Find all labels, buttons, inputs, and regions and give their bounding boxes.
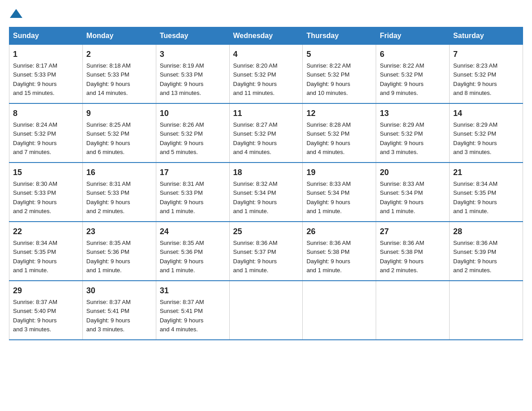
calendar-week-row: 15Sunrise: 8:30 AMSunset: 5:33 PMDayligh… (9, 163, 523, 222)
day-info: Sunrise: 8:31 AMSunset: 5:33 PMDaylight:… (160, 180, 204, 214)
calendar-cell: 12Sunrise: 8:28 AMSunset: 5:32 PMDayligh… (303, 103, 376, 163)
calendar-cell: 11Sunrise: 8:27 AMSunset: 5:32 PMDayligh… (229, 103, 303, 163)
calendar-table: SundayMondayTuesdayWednesdayThursdayFrid… (9, 27, 523, 340)
calendar-cell: 4Sunrise: 8:20 AMSunset: 5:32 PMDaylight… (229, 45, 303, 104)
day-number: 29 (13, 285, 79, 297)
day-number: 18 (233, 167, 299, 179)
calendar-cell: 7Sunrise: 8:23 AMSunset: 5:32 PMDaylight… (450, 45, 523, 104)
day-number: 12 (306, 107, 372, 120)
day-info: Sunrise: 8:34 AMSunset: 5:35 PMDaylight:… (13, 240, 57, 274)
day-info: Sunrise: 8:31 AMSunset: 5:33 PMDaylight:… (86, 180, 131, 214)
calendar-cell: 14Sunrise: 8:29 AMSunset: 5:32 PMDayligh… (450, 103, 523, 163)
calendar-cell (303, 281, 376, 340)
logo (9, 9, 23, 18)
calendar-cell: 2Sunrise: 8:18 AMSunset: 5:33 PMDaylight… (82, 45, 156, 104)
day-number: 10 (160, 107, 226, 120)
day-number: 3 (160, 48, 226, 60)
header-thursday: Thursday (303, 27, 376, 45)
day-info: Sunrise: 8:17 AMSunset: 5:33 PMDaylight:… (13, 62, 57, 96)
day-info: Sunrise: 8:33 AMSunset: 5:34 PMDaylight:… (306, 180, 351, 214)
calendar-cell: 3Sunrise: 8:19 AMSunset: 5:33 PMDaylight… (156, 45, 229, 104)
day-number: 27 (380, 226, 446, 238)
calendar-cell (376, 281, 450, 340)
calendar-week-row: 1Sunrise: 8:17 AMSunset: 5:33 PMDaylight… (9, 45, 523, 104)
day-info: Sunrise: 8:35 AMSunset: 5:36 PMDaylight:… (160, 240, 204, 274)
calendar-cell: 24Sunrise: 8:35 AMSunset: 5:36 PMDayligh… (156, 222, 229, 281)
day-info: Sunrise: 8:36 AMSunset: 5:38 PMDaylight:… (306, 240, 351, 274)
day-info: Sunrise: 8:26 AMSunset: 5:32 PMDaylight:… (160, 121, 204, 155)
day-number: 16 (86, 167, 152, 179)
day-number: 9 (86, 107, 152, 120)
calendar-cell: 10Sunrise: 8:26 AMSunset: 5:32 PMDayligh… (156, 103, 229, 163)
day-info: Sunrise: 8:18 AMSunset: 5:33 PMDaylight:… (86, 62, 131, 96)
day-number: 17 (160, 167, 226, 179)
calendar-cell: 31Sunrise: 8:37 AMSunset: 5:41 PMDayligh… (156, 281, 229, 340)
header-friday: Friday (376, 27, 450, 45)
day-number: 1 (13, 48, 79, 60)
page-header (9, 9, 523, 18)
day-info: Sunrise: 8:37 AMSunset: 5:41 PMDaylight:… (160, 299, 204, 333)
day-number: 15 (13, 167, 79, 179)
day-info: Sunrise: 8:33 AMSunset: 5:34 PMDaylight:… (380, 180, 424, 214)
calendar-cell: 13Sunrise: 8:29 AMSunset: 5:32 PMDayligh… (376, 103, 450, 163)
day-info: Sunrise: 8:29 AMSunset: 5:32 PMDaylight:… (380, 121, 424, 155)
day-number: 21 (453, 167, 519, 179)
calendar-cell: 23Sunrise: 8:35 AMSunset: 5:36 PMDayligh… (82, 222, 156, 281)
day-number: 4 (233, 48, 299, 60)
day-info: Sunrise: 8:20 AMSunset: 5:32 PMDaylight:… (233, 62, 278, 96)
day-number: 2 (86, 48, 152, 60)
day-number: 28 (453, 226, 519, 238)
calendar-cell: 26Sunrise: 8:36 AMSunset: 5:38 PMDayligh… (303, 222, 376, 281)
header-saturday: Saturday (450, 27, 523, 45)
day-number: 20 (380, 167, 446, 179)
day-info: Sunrise: 8:30 AMSunset: 5:33 PMDaylight:… (13, 180, 57, 214)
calendar-cell: 28Sunrise: 8:36 AMSunset: 5:39 PMDayligh… (450, 222, 523, 281)
calendar-cell: 17Sunrise: 8:31 AMSunset: 5:33 PMDayligh… (156, 163, 229, 222)
calendar-week-row: 8Sunrise: 8:24 AMSunset: 5:32 PMDaylight… (9, 103, 523, 163)
calendar-cell: 1Sunrise: 8:17 AMSunset: 5:33 PMDaylight… (9, 45, 83, 104)
calendar-cell: 30Sunrise: 8:37 AMSunset: 5:41 PMDayligh… (82, 281, 156, 340)
calendar-cell: 19Sunrise: 8:33 AMSunset: 5:34 PMDayligh… (303, 163, 376, 222)
calendar-week-row: 29Sunrise: 8:37 AMSunset: 5:40 PMDayligh… (9, 281, 523, 340)
header-sunday: Sunday (9, 27, 83, 45)
day-info: Sunrise: 8:32 AMSunset: 5:34 PMDaylight:… (233, 180, 278, 214)
calendar-header-row: SundayMondayTuesdayWednesdayThursdayFrid… (9, 27, 523, 45)
day-info: Sunrise: 8:36 AMSunset: 5:38 PMDaylight:… (380, 240, 424, 274)
day-info: Sunrise: 8:36 AMSunset: 5:39 PMDaylight:… (453, 240, 498, 274)
calendar-cell: 20Sunrise: 8:33 AMSunset: 5:34 PMDayligh… (376, 163, 450, 222)
day-info: Sunrise: 8:34 AMSunset: 5:35 PMDaylight:… (453, 180, 498, 214)
calendar-cell (229, 281, 303, 340)
calendar-cell: 21Sunrise: 8:34 AMSunset: 5:35 PMDayligh… (450, 163, 523, 222)
day-info: Sunrise: 8:24 AMSunset: 5:32 PMDaylight:… (13, 121, 57, 155)
calendar-cell: 16Sunrise: 8:31 AMSunset: 5:33 PMDayligh… (82, 163, 156, 222)
day-number: 23 (86, 226, 152, 238)
calendar-cell: 22Sunrise: 8:34 AMSunset: 5:35 PMDayligh… (9, 222, 83, 281)
day-info: Sunrise: 8:19 AMSunset: 5:33 PMDaylight:… (160, 62, 204, 96)
day-info: Sunrise: 8:36 AMSunset: 5:37 PMDaylight:… (233, 240, 278, 274)
day-number: 26 (306, 226, 372, 238)
day-number: 6 (380, 48, 446, 60)
day-info: Sunrise: 8:23 AMSunset: 5:32 PMDaylight:… (453, 62, 498, 96)
day-info: Sunrise: 8:25 AMSunset: 5:32 PMDaylight:… (86, 121, 131, 155)
day-number: 8 (13, 107, 79, 120)
day-info: Sunrise: 8:22 AMSunset: 5:32 PMDaylight:… (306, 62, 351, 96)
calendar-cell (450, 281, 523, 340)
day-number: 14 (453, 107, 519, 120)
day-number: 11 (233, 107, 299, 120)
day-number: 19 (306, 167, 372, 179)
header-wednesday: Wednesday (229, 27, 303, 45)
day-info: Sunrise: 8:22 AMSunset: 5:32 PMDaylight:… (380, 62, 424, 96)
day-number: 30 (86, 285, 152, 297)
day-number: 22 (13, 226, 79, 238)
header-tuesday: Tuesday (156, 27, 229, 45)
day-info: Sunrise: 8:37 AMSunset: 5:40 PMDaylight:… (13, 299, 57, 333)
day-number: 5 (306, 48, 372, 60)
day-number: 31 (160, 285, 226, 297)
logo-triangle-icon (10, 9, 22, 18)
calendar-cell: 6Sunrise: 8:22 AMSunset: 5:32 PMDaylight… (376, 45, 450, 104)
calendar-cell: 5Sunrise: 8:22 AMSunset: 5:32 PMDaylight… (303, 45, 376, 104)
calendar-cell: 8Sunrise: 8:24 AMSunset: 5:32 PMDaylight… (9, 103, 83, 163)
calendar-cell: 25Sunrise: 8:36 AMSunset: 5:37 PMDayligh… (229, 222, 303, 281)
day-info: Sunrise: 8:27 AMSunset: 5:32 PMDaylight:… (233, 121, 278, 155)
calendar-cell: 15Sunrise: 8:30 AMSunset: 5:33 PMDayligh… (9, 163, 83, 222)
